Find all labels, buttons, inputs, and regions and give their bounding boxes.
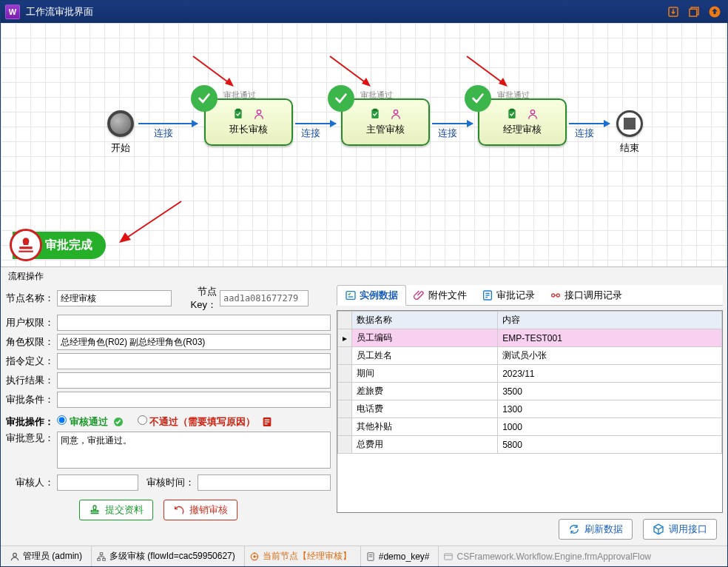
revoke-button[interactable]: 撤销审核 [164, 500, 237, 520]
label-node-name: 节点名称： [5, 292, 57, 305]
input-role-perm[interactable] [57, 334, 331, 350]
svg-rect-41 [98, 558, 101, 560]
user-icon [390, 108, 402, 120]
task-status: 审批通过 [360, 90, 393, 101]
svg-point-39 [13, 553, 17, 557]
col-header-name[interactable]: 数据名称 [352, 312, 498, 329]
stamp-icon [10, 229, 42, 261]
table-row[interactable]: 员工姓名测试员小张 [338, 347, 722, 365]
user-icon [253, 108, 265, 120]
cell-value: 测试员小张 [498, 347, 722, 365]
status-current-node: 当前节点【经理审核】 [244, 546, 356, 566]
table-row[interactable]: 总费用5800 [338, 436, 722, 454]
clipboard-icon [232, 108, 244, 120]
invoke-button[interactable]: 调用接口 [643, 519, 717, 540]
titlebar: W 工作流审批界面 [1, 1, 727, 23]
task-name: 经理审核 [503, 123, 542, 136]
titlebar-buttons [665, 4, 723, 20]
svg-rect-28 [91, 511, 98, 512]
undo-icon [173, 504, 185, 516]
app-icon: W [5, 4, 20, 19]
svg-rect-50 [445, 553, 453, 559]
form-panel: 节点名称： 节点Key： 用户权限： 角色权限： 指令定义： 执行结果： [5, 285, 331, 541]
task-status: 审批通过 [223, 90, 256, 101]
svg-line-4 [193, 56, 230, 84]
textarea-approval-opinion[interactable] [57, 432, 331, 469]
table-row[interactable]: 电话费1300 [338, 400, 722, 418]
document-icon [365, 551, 376, 562]
window-title: 工作流审批界面 [26, 5, 665, 19]
input-node-name[interactable] [57, 290, 172, 306]
end-label: 结束 [616, 141, 643, 155]
maximize-restore-button[interactable] [686, 4, 702, 20]
svg-point-37 [556, 294, 559, 297]
cell-name: 电话费 [352, 400, 498, 418]
check-badge-icon [112, 416, 124, 428]
flow-link-label: 连接 [575, 127, 594, 140]
radio-fail[interactable]: 不通过（需要填写原因） [138, 415, 256, 429]
col-header-value[interactable]: 内容 [498, 312, 722, 329]
svg-line-6 [330, 56, 367, 84]
note-warning-icon [261, 416, 273, 428]
svg-rect-25 [265, 420, 270, 420]
cell-name: 员工编码 [352, 329, 498, 347]
tab-approval-log[interactable]: 审批记录 [474, 285, 542, 305]
cube-icon [653, 523, 664, 535]
input-reviewer[interactable] [57, 474, 138, 491]
data-grid[interactable]: 数据名称 内容 ▸员工编码EMP-TEST001员工姓名测试员小张期间2023/… [337, 310, 723, 513]
svg-point-36 [552, 294, 555, 297]
flow-connector [138, 123, 198, 124]
flow-task-node-2[interactable]: 审批通过 主管审核 [341, 98, 430, 146]
list-check-icon [345, 289, 357, 301]
input-review-time[interactable] [198, 474, 331, 491]
label-approval-opinion: 审批意见： [5, 432, 57, 445]
label-role-perm: 角色权限： [5, 335, 57, 349]
input-cmd-def[interactable] [57, 353, 331, 369]
status-demo-key: #demo_key# [360, 546, 434, 566]
input-exec-result[interactable] [57, 372, 331, 389]
input-user-perm[interactable] [57, 315, 331, 331]
svg-rect-2 [690, 9, 697, 16]
refresh-icon [568, 523, 580, 535]
log-icon [482, 289, 493, 301]
submit-button[interactable]: 提交资料 [79, 500, 153, 520]
cell-value: 1000 [498, 418, 722, 436]
task-name: 主管审核 [366, 123, 405, 136]
svg-rect-42 [103, 558, 106, 560]
flow-end-node[interactable]: 结束 [616, 110, 643, 155]
table-row[interactable]: 差旅费3500 [338, 383, 722, 400]
flow-task-node-3[interactable]: 审批通过 经理审核 [478, 98, 567, 146]
data-panel: 实例数据 附件文件 审批记录 接口调用记录 [337, 285, 723, 541]
minimize-to-tray-button[interactable] [665, 4, 681, 20]
table-row[interactable]: ▸员工编码EMP-TEST001 [338, 329, 722, 347]
tab-interface-log[interactable]: 接口调用记录 [542, 285, 630, 305]
svg-rect-40 [100, 552, 103, 554]
svg-point-14 [257, 110, 260, 114]
cell-value: 3500 [498, 383, 722, 400]
svg-rect-21 [19, 246, 32, 249]
flow-task-node-1[interactable]: 审批通过 班长审核 [204, 98, 293, 146]
annotation-arrow [326, 53, 378, 90]
table-row[interactable]: 其他补贴1000 [338, 418, 722, 436]
svg-point-44 [253, 555, 256, 558]
table-row[interactable]: 期间2023/11 [338, 365, 722, 383]
flow-canvas[interactable]: 开始 连接 连接 连接 连接 审批通过 班长审核 审批通过 主管审核 [1, 23, 727, 267]
refresh-button[interactable]: 刷新数据 [559, 519, 633, 540]
status-bar: 管理员 (admin) 多级审核 (flowId=cac59950627) 当前… [1, 546, 727, 566]
tab-instance-data[interactable]: 实例数据 [337, 285, 406, 306]
start-label: 开始 [107, 141, 134, 155]
radio-pass[interactable]: 审核通过 [57, 415, 108, 429]
left-actions: 提交资料 撤销审核 [79, 500, 331, 520]
input-approval-cond[interactable] [57, 392, 331, 408]
window-icon [443, 551, 454, 562]
svg-point-20 [530, 110, 534, 114]
user-icon [527, 108, 539, 120]
close-button[interactable] [707, 4, 723, 20]
svg-marker-5 [225, 78, 234, 87]
flow-start-node[interactable]: 开始 [107, 110, 134, 155]
target-icon [249, 551, 260, 562]
tab-attachment[interactable]: 附件文件 [406, 285, 474, 305]
svg-marker-11 [119, 232, 131, 243]
tabs: 实例数据 附件文件 审批记录 接口调用记录 [337, 285, 723, 306]
input-node-key[interactable] [220, 290, 309, 306]
